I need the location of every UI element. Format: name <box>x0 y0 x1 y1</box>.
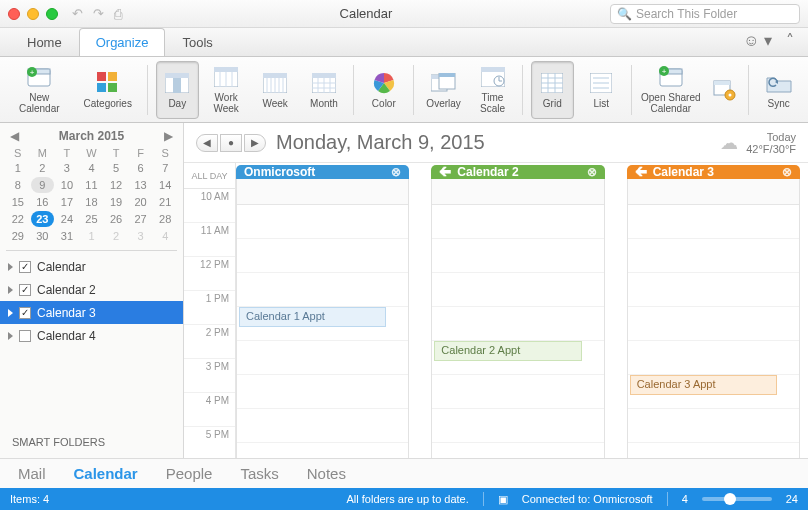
mini-cal-day[interactable]: 17 <box>55 194 79 210</box>
search-input[interactable]: 🔍 Search This Folder <box>610 4 800 24</box>
nav-mail[interactable]: Mail <box>18 465 46 482</box>
weather[interactable]: ☁ Today 42°F/30°F <box>720 131 796 155</box>
calendar-list-item[interactable]: Calendar 3 <box>0 301 183 324</box>
time-slot[interactable] <box>237 341 408 375</box>
mini-cal-day[interactable]: 9 <box>31 177 55 193</box>
sync-button[interactable]: Sync <box>757 61 800 119</box>
mini-cal-day[interactable]: 19 <box>104 194 128 210</box>
calendar-column-header[interactable]: Onmicrosoft ⊗ <box>236 165 409 179</box>
tab-tools[interactable]: Tools <box>165 28 229 56</box>
calendar-checkbox[interactable] <box>19 330 31 342</box>
mini-cal-day[interactable]: 7 <box>153 160 177 176</box>
color-button[interactable]: Color <box>362 61 405 119</box>
time-slot[interactable] <box>237 239 408 273</box>
calendar-list-item[interactable]: Calendar <box>0 255 183 278</box>
mini-cal-day[interactable]: 21 <box>153 194 177 210</box>
print-icon[interactable]: ⎙ <box>114 6 122 22</box>
today-button[interactable]: ● <box>220 134 242 152</box>
close-icon[interactable]: ⊗ <box>587 165 597 179</box>
appointment[interactable]: Calendar 1 Appt <box>239 307 386 327</box>
mini-cal-day[interactable]: 5 <box>104 160 128 176</box>
mini-cal-day[interactable]: 2 <box>31 160 55 176</box>
time-slot[interactable] <box>628 239 799 273</box>
time-slot[interactable] <box>432 307 603 341</box>
time-slot[interactable] <box>628 273 799 307</box>
open-shared-calendar-button[interactable]: + Open Shared Calendar <box>640 61 702 119</box>
time-slot[interactable] <box>237 205 408 239</box>
mini-cal-day[interactable]: 24 <box>55 211 79 227</box>
smart-folders-label[interactable]: SMART FOLDERS <box>0 426 183 458</box>
mini-cal-day[interactable]: 1 <box>80 228 104 244</box>
permissions-button[interactable] <box>708 61 740 119</box>
mini-cal-day[interactable]: 30 <box>31 228 55 244</box>
mini-cal-day[interactable]: 16 <box>31 194 55 210</box>
mini-cal-day[interactable]: 15 <box>6 194 30 210</box>
calendar-column-header[interactable]: 🡰Calendar 3 ⊗ <box>627 165 800 179</box>
mini-cal-day[interactable]: 22 <box>6 211 30 227</box>
zoom-window-button[interactable] <box>46 8 58 20</box>
mini-cal-day[interactable]: 13 <box>129 177 153 193</box>
mini-cal-day[interactable]: 8 <box>6 177 30 193</box>
overlay-button[interactable]: Overlay <box>422 61 465 119</box>
prev-month-button[interactable]: ◀ <box>10 129 19 143</box>
mini-cal-day[interactable]: 29 <box>6 228 30 244</box>
time-slot[interactable] <box>237 409 408 443</box>
close-window-button[interactable] <box>8 8 20 20</box>
day-view-button[interactable]: Day <box>156 61 199 119</box>
time-slot[interactable] <box>628 307 799 341</box>
prev-day-button[interactable]: ◀ <box>196 134 218 152</box>
calendar-checkbox[interactable] <box>19 284 31 296</box>
time-slot[interactable] <box>628 341 799 375</box>
mini-cal-day[interactable]: 1 <box>6 160 30 176</box>
appointment[interactable]: Calendar 2 Appt <box>434 341 581 361</box>
mini-cal-day[interactable]: 26 <box>104 211 128 227</box>
mini-cal-day[interactable]: 31 <box>55 228 79 244</box>
mini-cal-day[interactable]: 12 <box>104 177 128 193</box>
calendar-column-body[interactable]: Calendar 3 Appt <box>627 179 800 458</box>
work-week-button[interactable]: Work Week <box>205 61 248 119</box>
grid-button[interactable]: Grid <box>531 61 574 119</box>
calendar-column-body[interactable]: Calendar 2 Appt <box>431 179 604 458</box>
time-slot[interactable] <box>432 443 603 458</box>
week-view-button[interactable]: Week <box>254 61 297 119</box>
mini-cal-day[interactable]: 23 <box>31 211 55 227</box>
close-icon[interactable]: ⊗ <box>391 165 401 179</box>
zoom-slider[interactable] <box>702 497 772 501</box>
nav-people[interactable]: People <box>166 465 213 482</box>
allday-slot[interactable] <box>237 179 408 205</box>
mini-cal-day[interactable]: 6 <box>129 160 153 176</box>
mini-cal-day[interactable]: 25 <box>80 211 104 227</box>
list-button[interactable]: List <box>580 61 623 119</box>
mini-cal-day[interactable]: 27 <box>129 211 153 227</box>
time-slot[interactable] <box>237 375 408 409</box>
close-icon[interactable]: ⊗ <box>782 165 792 179</box>
mini-cal-day[interactable]: 4 <box>153 228 177 244</box>
calendar-checkbox[interactable] <box>19 261 31 273</box>
time-slot[interactable] <box>432 375 603 409</box>
mini-cal-day[interactable]: 18 <box>80 194 104 210</box>
next-day-button[interactable]: ▶ <box>244 134 266 152</box>
time-slot[interactable] <box>237 273 408 307</box>
tab-home[interactable]: Home <box>10 28 79 56</box>
calendar-list-item[interactable]: Calendar 4 <box>0 324 183 347</box>
new-calendar-button[interactable]: + New Calendar <box>8 61 70 119</box>
undo-icon[interactable]: ↶ <box>72 6 83 21</box>
calendar-checkbox[interactable] <box>19 307 31 319</box>
time-slot[interactable] <box>237 443 408 458</box>
time-slot[interactable] <box>628 205 799 239</box>
time-scale-button[interactable]: Time Scale <box>471 61 514 119</box>
time-slot[interactable] <box>628 409 799 443</box>
tab-organize[interactable]: Organize <box>79 28 166 56</box>
mini-cal-day[interactable]: 2 <box>104 228 128 244</box>
nav-notes[interactable]: Notes <box>307 465 346 482</box>
mini-cal-day[interactable]: 3 <box>129 228 153 244</box>
collapse-ribbon-icon[interactable]: ˄ <box>786 31 794 50</box>
categories-button[interactable]: Categories <box>76 61 138 119</box>
redo-icon[interactable]: ↷ <box>93 6 104 21</box>
month-view-button[interactable]: Month <box>303 61 346 119</box>
back-arrow-icon[interactable]: 🡰 <box>439 165 451 179</box>
time-slot[interactable] <box>432 205 603 239</box>
time-slot[interactable] <box>432 239 603 273</box>
emoji-icon[interactable]: ☺ ▾ <box>743 31 772 50</box>
calendar-list-item[interactable]: Calendar 2 <box>0 278 183 301</box>
